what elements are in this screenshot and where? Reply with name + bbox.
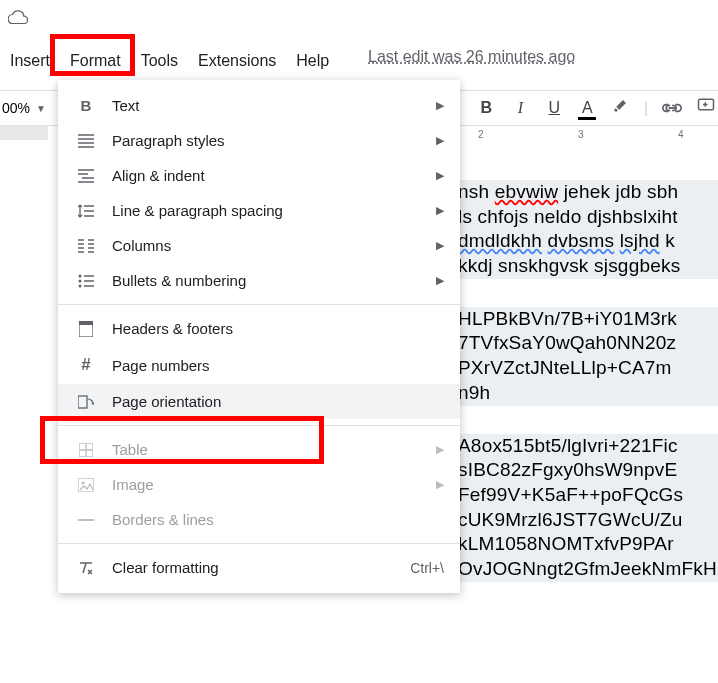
clear-format-icon bbox=[74, 561, 98, 575]
caret-down-icon: ▼ bbox=[36, 103, 46, 114]
cloud-saved-icon bbox=[8, 10, 28, 27]
ruler-margin bbox=[0, 126, 48, 140]
menu-paragraph-styles[interactable]: Paragraph styles ▶ bbox=[58, 123, 460, 158]
submenu-arrow-icon: ▶ bbox=[436, 478, 444, 491]
menu-headers-footers[interactable]: Headers & footers bbox=[58, 311, 460, 346]
spacing-icon bbox=[74, 204, 98, 218]
line-icon bbox=[74, 518, 98, 522]
menu-help[interactable]: Help bbox=[286, 46, 339, 76]
svg-point-3 bbox=[79, 284, 82, 287]
menubar: Insert Format Tools Extensions Help bbox=[0, 46, 339, 76]
format-dropdown: B Text ▶ Paragraph styles ▶ Align & inde… bbox=[58, 80, 460, 593]
submenu-arrow-icon: ▶ bbox=[436, 204, 444, 217]
submenu-arrow-icon: ▶ bbox=[436, 134, 444, 147]
menu-borders-lines: Borders & lines bbox=[58, 502, 460, 537]
menu-text[interactable]: B Text ▶ bbox=[58, 88, 460, 123]
hash-icon: # bbox=[74, 355, 98, 375]
headers-icon bbox=[74, 321, 98, 337]
menu-align-indent[interactable]: Align & indent ▶ bbox=[58, 158, 460, 193]
underline-button[interactable]: U bbox=[544, 99, 564, 117]
document-body[interactable]: nsh ebvwiw jehek jdb sbh ls chfojs neldo… bbox=[458, 180, 718, 610]
submenu-arrow-icon: ▶ bbox=[436, 99, 444, 112]
svg-point-1 bbox=[79, 274, 82, 277]
menu-insert[interactable]: Insert bbox=[0, 46, 60, 76]
menu-page-numbers[interactable]: # Page numbers bbox=[58, 346, 460, 384]
menu-table: Table ▶ bbox=[58, 432, 460, 467]
insert-link-button[interactable] bbox=[662, 99, 682, 117]
menu-bullets-numbering[interactable]: Bullets & numbering ▶ bbox=[58, 263, 460, 298]
text-color-button[interactable]: A bbox=[578, 99, 596, 117]
shortcut-label: Ctrl+\ bbox=[410, 560, 444, 576]
table-icon bbox=[74, 443, 98, 457]
menu-divider bbox=[58, 425, 460, 426]
add-comment-button[interactable] bbox=[696, 97, 716, 119]
columns-icon bbox=[74, 239, 98, 253]
ruler[interactable]: 2 3 4 bbox=[458, 126, 718, 142]
menu-clear-formatting[interactable]: Clear formatting Ctrl+\ bbox=[58, 550, 460, 585]
svg-point-9 bbox=[82, 481, 85, 484]
align-icon bbox=[74, 169, 98, 183]
menu-extensions[interactable]: Extensions bbox=[188, 46, 286, 76]
submenu-arrow-icon: ▶ bbox=[436, 443, 444, 456]
submenu-arrow-icon: ▶ bbox=[436, 169, 444, 182]
menu-format[interactable]: Format bbox=[60, 46, 131, 76]
last-edit-link[interactable]: Last edit was 26 minutes ago bbox=[368, 48, 575, 66]
doc-paragraph: A8ox515bt5/lgIvri+221Fic sIBC82zFgxy0hsW… bbox=[458, 434, 718, 582]
highlight-button[interactable] bbox=[610, 97, 630, 119]
svg-rect-6 bbox=[78, 396, 87, 408]
submenu-arrow-icon: ▶ bbox=[436, 274, 444, 287]
svg-point-2 bbox=[79, 279, 82, 282]
menu-tools[interactable]: Tools bbox=[131, 46, 188, 76]
orientation-icon bbox=[74, 394, 98, 410]
svg-rect-5 bbox=[79, 321, 93, 325]
menu-image: Image ▶ bbox=[58, 467, 460, 502]
bold-button[interactable]: B bbox=[476, 99, 496, 117]
doc-paragraph: HLPBkBVn/7B+iY01M3rk 7TVfxSaY0wQah0NN20z… bbox=[458, 307, 718, 406]
menu-line-spacing[interactable]: Line & paragraph spacing ▶ bbox=[58, 193, 460, 228]
menu-page-orientation[interactable]: Page orientation bbox=[58, 384, 460, 419]
bullets-icon bbox=[74, 274, 98, 288]
bold-icon: B bbox=[74, 97, 98, 114]
menu-divider bbox=[58, 543, 460, 544]
paragraph-icon bbox=[74, 134, 98, 148]
submenu-arrow-icon: ▶ bbox=[436, 239, 444, 252]
menu-divider bbox=[58, 304, 460, 305]
italic-button[interactable]: I bbox=[510, 99, 530, 117]
image-icon bbox=[74, 478, 98, 492]
doc-paragraph: nsh ebvwiw jehek jdb sbh ls chfojs neldo… bbox=[458, 180, 718, 279]
zoom-selector[interactable]: 00% ▼ bbox=[2, 100, 46, 116]
menu-columns[interactable]: Columns ▶ bbox=[58, 228, 460, 263]
